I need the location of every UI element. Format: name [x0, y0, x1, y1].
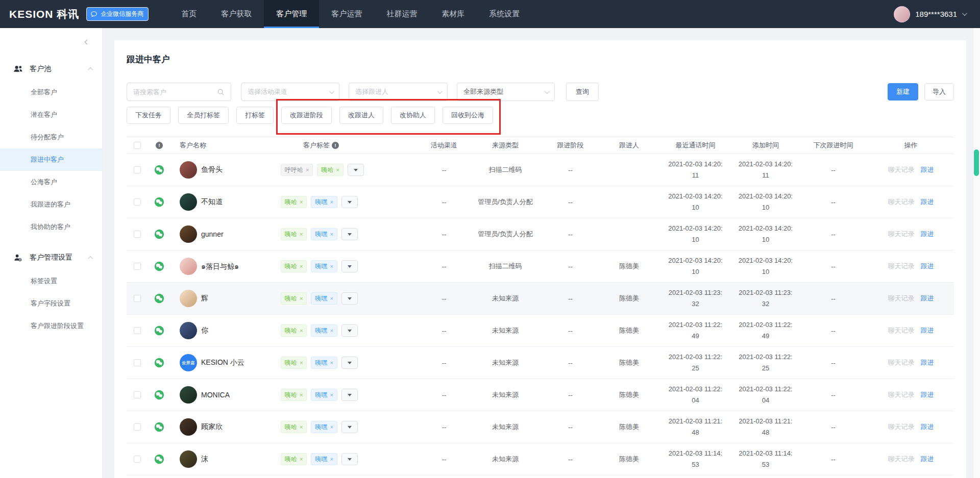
row-checkbox[interactable]	[134, 456, 141, 463]
select-all-checkbox[interactable]	[134, 142, 141, 149]
chat-log-link[interactable]: 聊天记录	[888, 230, 915, 239]
row-checkbox[interactable]	[134, 231, 141, 238]
chat-log-link[interactable]: 聊天记录	[888, 358, 915, 367]
chat-log-link[interactable]: 聊天记录	[888, 422, 915, 432]
page-scrollbar-thumb[interactable]	[974, 149, 979, 176]
sidebar-item-潜在客户[interactable]: 潜在客户	[0, 104, 102, 126]
follow-link[interactable]: 跟进	[921, 390, 934, 399]
tag-close-icon[interactable]: ×	[336, 167, 339, 173]
tag-close-icon[interactable]: ×	[330, 295, 333, 301]
tag-close-icon[interactable]: ×	[330, 231, 333, 237]
follow-link[interactable]: 跟进	[921, 358, 934, 367]
tag-dropdown-button[interactable]	[348, 164, 364, 176]
follower-select[interactable]: 选择跟进人	[349, 83, 448, 101]
chat-log-link[interactable]: 聊天记录	[888, 455, 915, 464]
nav-item-素材库[interactable]: 素材库	[429, 0, 477, 28]
nav-item-客户获取[interactable]: 客户获取	[209, 0, 264, 28]
follow-link[interactable]: 跟进	[921, 262, 934, 271]
tag-close-icon[interactable]: ×	[300, 392, 303, 398]
nav-item-社群运营[interactable]: 社群运营	[374, 0, 429, 28]
create-button[interactable]: 新建	[888, 83, 918, 100]
chat-log-link[interactable]: 聊天记录	[888, 262, 915, 271]
action-button-改协助人[interactable]: 改协助人	[391, 107, 435, 124]
sidebar-item-我跟进的客户[interactable]: 我跟进的客户	[0, 193, 102, 216]
chat-log-link[interactable]: 聊天记录	[888, 197, 915, 207]
tag-close-icon[interactable]: ×	[300, 456, 303, 462]
tag-close-icon[interactable]: ×	[300, 424, 303, 430]
sidebar-item-待分配客户[interactable]: 待分配客户	[0, 126, 102, 148]
tag-dropdown-button[interactable]	[341, 292, 358, 305]
nav-item-首页[interactable]: 首页	[169, 0, 209, 28]
sidebar-item-跟进中客户[interactable]: 跟进中客户	[0, 148, 102, 171]
sidebar-collapse-button[interactable]	[0, 34, 102, 49]
chat-log-link[interactable]: 聊天记录	[888, 326, 915, 335]
row-checkbox[interactable]	[134, 423, 141, 431]
action-button-打标签[interactable]: 打标签	[236, 107, 274, 124]
row-checkbox[interactable]	[134, 391, 141, 398]
sidebar-item-全部客户[interactable]: 全部客户	[0, 81, 102, 104]
tag-dropdown-button[interactable]	[341, 228, 358, 240]
tag-close-icon[interactable]: ×	[330, 392, 333, 398]
follow-link[interactable]: 跟进	[921, 455, 934, 464]
tag-dropdown-button[interactable]	[341, 453, 358, 465]
nav-item-系统设置[interactable]: 系统设置	[477, 0, 532, 28]
tag-close-icon[interactable]: ×	[300, 328, 303, 334]
action-button-全员打标签[interactable]: 全员打标签	[178, 107, 229, 124]
query-button[interactable]: 查询	[566, 83, 599, 101]
follow-link[interactable]: 跟进	[921, 230, 934, 239]
sidebar-section-header-客户管理设置[interactable]: 客户管理设置	[0, 245, 102, 270]
sidebar-item-客户字段设置[interactable]: 客户字段设置	[0, 292, 102, 315]
tag-close-icon[interactable]: ×	[330, 328, 333, 334]
import-button[interactable]: 导入	[924, 83, 954, 100]
sidebar-item-我协助的客户[interactable]: 我协助的客户	[0, 216, 102, 238]
user-phone[interactable]: 189****3631	[915, 10, 957, 18]
follow-link[interactable]: 跟进	[921, 165, 934, 174]
tag-close-icon[interactable]: ×	[300, 231, 303, 237]
tag-close-icon[interactable]: ×	[330, 199, 333, 205]
tag-close-icon[interactable]: ×	[330, 263, 333, 269]
chat-log-link[interactable]: 聊天记录	[888, 165, 915, 174]
tag-dropdown-button[interactable]	[341, 196, 358, 208]
row-checkbox[interactable]	[134, 198, 141, 206]
sidebar-item-标签设置[interactable]: 标签设置	[0, 270, 102, 292]
tag-dropdown-button[interactable]	[341, 324, 358, 337]
follow-link[interactable]: 跟进	[921, 294, 934, 303]
tag-close-icon[interactable]: ×	[306, 167, 309, 173]
search-input[interactable]	[133, 88, 205, 96]
row-checkbox[interactable]	[134, 263, 141, 270]
tag-close-icon[interactable]: ×	[300, 360, 303, 366]
tag-close-icon[interactable]: ×	[330, 456, 333, 462]
tag-dropdown-button[interactable]	[341, 260, 358, 272]
tag-dropdown-button[interactable]	[341, 357, 358, 369]
action-button-下发任务[interactable]: 下发任务	[127, 107, 170, 124]
action-button-改跟进阶段[interactable]: 改跟进阶段	[281, 107, 332, 124]
action-button-回收到公海[interactable]: 回收到公海	[443, 107, 493, 124]
row-checkbox[interactable]	[134, 327, 141, 334]
row-checkbox[interactable]	[134, 295, 141, 302]
channel-select[interactable]: 选择活动渠道	[241, 83, 339, 101]
follow-link[interactable]: 跟进	[921, 422, 934, 432]
tag-close-icon[interactable]: ×	[300, 199, 303, 205]
sidebar-item-客户跟进阶段设置[interactable]: 客户跟进阶段设置	[0, 315, 102, 337]
action-button-改跟进人[interactable]: 改跟进人	[339, 107, 383, 124]
row-checkbox[interactable]	[134, 359, 141, 366]
follow-link[interactable]: 跟进	[921, 326, 934, 335]
chevron-down-icon[interactable]	[962, 11, 967, 16]
sidebar-item-公海客户[interactable]: 公海客户	[0, 171, 102, 193]
tag-dropdown-button[interactable]	[341, 421, 358, 433]
user-avatar[interactable]	[894, 6, 910, 22]
tag-close-icon[interactable]: ×	[300, 263, 303, 269]
page-scrollbar-track[interactable]	[973, 28, 980, 478]
chat-log-link[interactable]: 聊天记录	[888, 294, 915, 303]
nav-item-客户管理[interactable]: 客户管理	[264, 0, 319, 28]
tag-close-icon[interactable]: ×	[330, 360, 333, 366]
tag-close-icon[interactable]: ×	[300, 295, 303, 301]
sidebar-section-header-客户池[interactable]: 客户池	[0, 57, 102, 81]
source-type-select[interactable]: 全部来源类型	[457, 83, 555, 101]
follow-link[interactable]: 跟进	[921, 197, 934, 207]
row-checkbox[interactable]	[134, 166, 141, 173]
tag-close-icon[interactable]: ×	[330, 424, 333, 430]
tag-dropdown-button[interactable]	[341, 389, 358, 401]
search-icon[interactable]	[217, 88, 225, 96]
chat-log-link[interactable]: 聊天记录	[888, 390, 915, 399]
